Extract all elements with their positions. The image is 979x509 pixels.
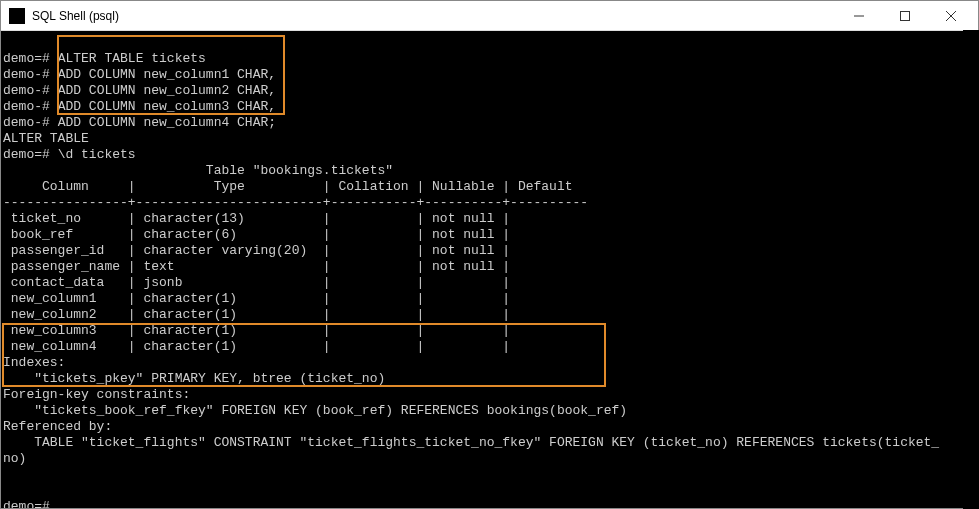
table-body: ticket_no | character(13) | | not null |… — [3, 211, 580, 354]
sql-line: ADD COLUMN new_column2 CHAR, — [58, 83, 276, 98]
prompt-cont: demo-# — [3, 67, 50, 82]
prompt-cont: demo-# — [3, 99, 50, 114]
indexes-label: Indexes: — [3, 355, 65, 370]
svg-rect-1 — [901, 11, 910, 20]
ref-label: Referenced by: — [3, 419, 112, 434]
terminal-area[interactable]: demo=# ALTER TABLE tickets demo-# ADD CO… — [1, 31, 978, 508]
vertical-scrollbar[interactable] — [963, 30, 979, 509]
prompt: demo=# — [3, 147, 50, 162]
prompt: demo=# — [3, 51, 50, 66]
table-divider: ----------------+-----------------------… — [3, 195, 588, 210]
index-line: "tickets_pkey" PRIMARY KEY, btree (ticke… — [3, 371, 385, 386]
sql-line: ALTER TABLE tickets — [58, 51, 206, 66]
window-controls — [836, 1, 974, 31]
prompt: demo=# — [3, 499, 50, 508]
window-titlebar: SQL Shell (psql) — [1, 1, 978, 31]
minimize-button[interactable] — [836, 1, 882, 31]
prompt-cont: demo-# — [3, 115, 50, 130]
table-header-line: Column | Type | Collation | Nullable | D… — [3, 179, 580, 194]
maximize-button[interactable] — [882, 1, 928, 31]
close-button[interactable] — [928, 1, 974, 31]
window-title: SQL Shell (psql) — [32, 9, 836, 23]
app-icon — [9, 8, 25, 24]
sql-line: ADD COLUMN new_column1 CHAR, — [58, 67, 276, 82]
ref-line: no) — [3, 451, 26, 466]
sql-line: ADD COLUMN new_column4 CHAR; — [58, 115, 276, 130]
table-title-line: Table "bookings.tickets" — [3, 163, 393, 178]
sql-line: ADD COLUMN new_column3 CHAR, — [58, 99, 276, 114]
describe-cmd: \d tickets — [58, 147, 136, 162]
prompt-cont: demo-# — [3, 83, 50, 98]
ref-line: TABLE "ticket_flights" CONSTRAINT "ticke… — [3, 435, 939, 450]
minimize-icon — [854, 11, 864, 21]
fk-line: "tickets_book_ref_fkey" FOREIGN KEY (boo… — [3, 403, 627, 418]
alter-response: ALTER TABLE — [3, 131, 89, 146]
close-icon — [946, 11, 956, 21]
maximize-icon — [900, 11, 910, 21]
fk-label: Foreign-key constraints: — [3, 387, 190, 402]
